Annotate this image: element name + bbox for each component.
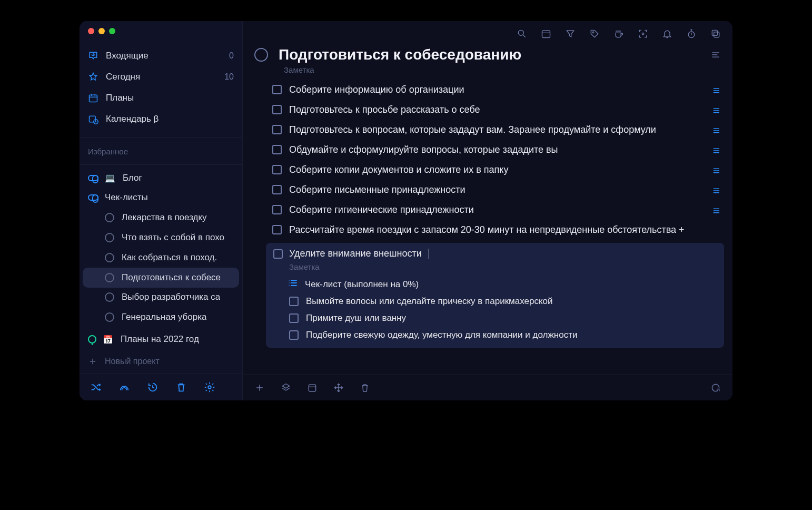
sidebar-item-label: Что взять с собой в похо: [122, 232, 224, 243]
task-status-circle[interactable]: [254, 48, 268, 62]
svg-rect-9: [714, 32, 719, 37]
checkbox[interactable]: [272, 125, 282, 134]
subtask-row[interactable]: Вымойте волосы или сделайте прическу в п…: [273, 296, 717, 307]
subtask-text: Вымойте волосы или сделайте прическу в п…: [306, 296, 553, 307]
settings-icon[interactable]: [204, 381, 215, 393]
task-row[interactable]: Рассчитайте время поездки с запасом 20-3…: [243, 220, 732, 240]
date-icon[interactable]: [307, 382, 318, 393]
sidebar-item-hiking[interactable]: Как собраться в поход.: [80, 248, 242, 268]
task-text: Соберите копии документов и сложите их в…: [289, 164, 704, 175]
task-row[interactable]: Обдумайте и сформулируйте вопросы, котор…: [243, 140, 732, 160]
nav-inbox[interactable]: Входящие 0: [80, 45, 242, 66]
subtasks-icon[interactable]: [711, 166, 721, 173]
menu-icon[interactable]: [710, 50, 721, 60]
duplicate-icon[interactable]: [710, 28, 721, 39]
subtasks-icon[interactable]: [711, 146, 721, 153]
trash-icon[interactable]: [175, 381, 187, 393]
project-plans-2022[interactable]: 📅 Планы на 2022 год: [80, 329, 242, 349]
bell-icon[interactable]: [662, 28, 672, 39]
subtasks-icon[interactable]: [711, 126, 721, 133]
checklist-progress-label: Чек-лист (выполнен на 0%): [305, 279, 419, 290]
close-window-button[interactable]: [88, 28, 94, 34]
task-text: Соберите письменные принадлежности: [289, 184, 704, 195]
project-blog-label: Блог: [123, 173, 142, 183]
coffee-icon[interactable]: [613, 28, 624, 39]
checkbox[interactable]: [272, 165, 282, 174]
checkbox[interactable]: [289, 330, 299, 340]
checkbox[interactable]: [273, 249, 283, 259]
focus-icon[interactable]: [638, 28, 648, 39]
page-header: Подготовиться к собеседованию: [243, 46, 732, 63]
search-icon[interactable]: [517, 28, 527, 39]
subtasks-icon[interactable]: [711, 86, 721, 93]
maximize-window-button[interactable]: [109, 28, 115, 34]
task-text: Подготовьтесь к просьбе рассказать о себ…: [289, 104, 704, 115]
nav-plans-label: Планы: [106, 93, 134, 103]
favorites-header: Избранное: [80, 141, 242, 161]
history-icon[interactable]: [147, 381, 159, 393]
balloon-icon: [88, 335, 96, 344]
checkbox[interactable]: [272, 85, 282, 94]
subtasks-icon[interactable]: [711, 206, 721, 213]
plus-icon: [88, 357, 97, 366]
task-text: Обдумайте и сформулируйте вопросы, котор…: [289, 144, 704, 155]
task-text: Соберите гигиенические принадлежности: [289, 204, 704, 215]
checkbox[interactable]: [272, 225, 282, 234]
task-row[interactable]: Соберите письменные принадлежности: [243, 180, 732, 200]
checkbox[interactable]: [289, 313, 299, 323]
task-row[interactable]: Подготовьтесь к просьбе рассказать о себ…: [243, 100, 732, 120]
project-blog[interactable]: 💻 Блог: [80, 168, 242, 188]
task-row[interactable]: Соберите копии документов и сложите их в…: [243, 160, 732, 180]
nav-today-count: 10: [224, 72, 234, 82]
shuffle-icon[interactable]: [90, 381, 102, 393]
nav-today[interactable]: Сегодня 10: [80, 66, 242, 87]
expanded-note-placeholder[interactable]: Заметка: [273, 262, 717, 271]
sidebar-toolbar: [80, 374, 242, 400]
stopwatch-icon[interactable]: [686, 28, 697, 39]
sidebar-item-label: Лекарства в поездку: [122, 212, 207, 223]
new-project-button[interactable]: Новый проект: [80, 349, 242, 374]
expanded-task-card[interactable]: Уделите внимание внешности Заметка Чек-л…: [266, 243, 724, 348]
svg-rect-5: [542, 31, 550, 37]
note-placeholder[interactable]: Заметка: [243, 65, 732, 74]
filter-icon[interactable]: [565, 28, 576, 39]
checkbox[interactable]: [272, 105, 282, 114]
layers-icon[interactable]: [281, 382, 291, 393]
circle-icon: [105, 213, 114, 222]
checkbox[interactable]: [272, 145, 282, 154]
task-row[interactable]: Соберите информацию об организации: [243, 80, 732, 100]
sync-icon[interactable]: [710, 382, 721, 393]
sidebar-item-developer[interactable]: Выбор разработчика са: [80, 288, 242, 308]
delete-icon[interactable]: [360, 382, 370, 393]
sidebar-item-medicines[interactable]: Лекарства в поездку: [80, 208, 242, 228]
move-icon[interactable]: [333, 382, 344, 393]
minimize-window-button[interactable]: [98, 28, 105, 34]
task-row[interactable]: Подготовьтесь к вопросам, которые зададу…: [243, 120, 732, 140]
sidebar-item-cleaning[interactable]: Генеральная уборка: [80, 307, 242, 327]
subtask-text: Примите душ или ванну: [306, 313, 406, 323]
new-project-label: Новый проект: [105, 357, 160, 366]
circle-icon: [105, 273, 114, 282]
sidebar-item-interview[interactable]: Подготовиться к собесе: [83, 268, 239, 288]
tag-icon[interactable]: [589, 28, 600, 39]
project-checklists[interactable]: Чек-листы: [80, 188, 242, 208]
subtask-row[interactable]: Примите душ или ванну: [273, 313, 717, 323]
nav-plans[interactable]: Планы: [80, 87, 242, 109]
checkbox[interactable]: [289, 297, 299, 306]
page-title: Подготовиться к собеседованию: [279, 46, 521, 63]
calendar-clock-icon: [88, 114, 98, 124]
sidebar-item-packing[interactable]: Что взять с собой в похо: [80, 228, 242, 248]
subtasks-icon[interactable]: [711, 106, 721, 113]
sidebar-item-label: Выбор разработчика са: [122, 292, 220, 302]
add-icon[interactable]: [254, 382, 265, 393]
checkbox[interactable]: [272, 205, 282, 214]
task-row[interactable]: Соберите гигиенические принадлежности: [243, 200, 732, 220]
expanded-task-title[interactable]: Уделите внимание внешности: [289, 248, 422, 259]
rainbow-icon[interactable]: [118, 381, 130, 393]
nav-calendar[interactable]: Календарь β: [80, 109, 242, 130]
subtask-row[interactable]: Подберите свежую одежду, уместную для ко…: [273, 330, 717, 340]
checkbox[interactable]: [272, 185, 282, 194]
calendar-icon[interactable]: [541, 28, 551, 39]
subtasks-icon[interactable]: [711, 186, 721, 193]
text-cursor: [429, 249, 429, 259]
